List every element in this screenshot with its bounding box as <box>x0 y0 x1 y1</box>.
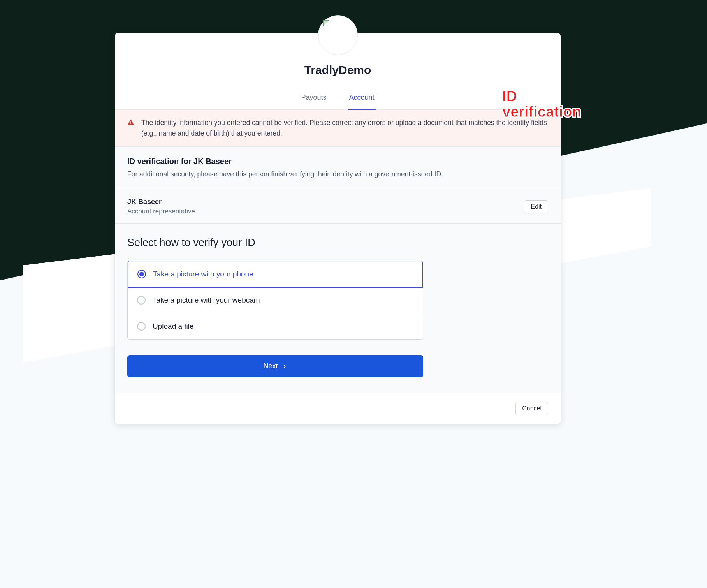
next-button-label: Next <box>263 362 278 370</box>
cancel-button[interactable]: Cancel <box>515 402 548 415</box>
verification-section: ID verification for JK Baseer For additi… <box>115 147 561 190</box>
warning-icon <box>127 119 134 126</box>
verification-description: For additional security, please have thi… <box>127 169 548 180</box>
verify-option-phone[interactable]: Take a picture with your phone <box>127 261 423 288</box>
brand-title: TradlyDemo <box>115 63 561 77</box>
verify-option-label: Upload a file <box>153 322 194 331</box>
annotation-line2: verification <box>502 104 581 120</box>
verify-block: Select how to verify your ID Take a pict… <box>115 224 561 393</box>
verify-method-group: Take a picture with your phone Take a pi… <box>127 261 423 340</box>
avatar <box>318 15 358 55</box>
edit-button[interactable]: Edit <box>524 200 548 213</box>
tab-payouts[interactable]: Payouts <box>299 88 328 110</box>
verify-option-webcam[interactable]: Take a picture with your webcam <box>128 287 423 313</box>
person-role: Account representative <box>127 208 195 215</box>
annotation-line1: ID <box>502 89 581 104</box>
radio-icon <box>137 270 146 278</box>
chevron-right-icon <box>282 364 287 369</box>
tab-bar: Payouts Account <box>115 88 561 110</box>
card-footer: Cancel <box>115 393 561 424</box>
radio-icon <box>137 322 146 331</box>
verify-option-label: Take a picture with your phone <box>153 270 253 278</box>
next-button[interactable]: Next <box>127 355 423 377</box>
verify-option-label: Take a picture with your webcam <box>153 296 260 305</box>
annotation-overlay: ID verification <box>502 89 581 120</box>
verify-option-upload[interactable]: Upload a file <box>128 313 423 339</box>
tab-account[interactable]: Account <box>348 88 376 110</box>
error-alert: The identity information you entered can… <box>115 110 561 147</box>
person-row: JK Baseer Account representative Edit <box>115 190 561 224</box>
verify-title: Select how to verify your ID <box>127 237 548 249</box>
account-card: TradlyDemo Payouts Account The identity … <box>115 33 561 424</box>
person-name: JK Baseer <box>127 198 195 206</box>
verification-heading: ID verification for JK Baseer <box>127 157 548 166</box>
radio-icon <box>137 296 146 305</box>
error-alert-text: The identity information you entered can… <box>141 118 548 139</box>
broken-image-icon <box>321 18 355 52</box>
